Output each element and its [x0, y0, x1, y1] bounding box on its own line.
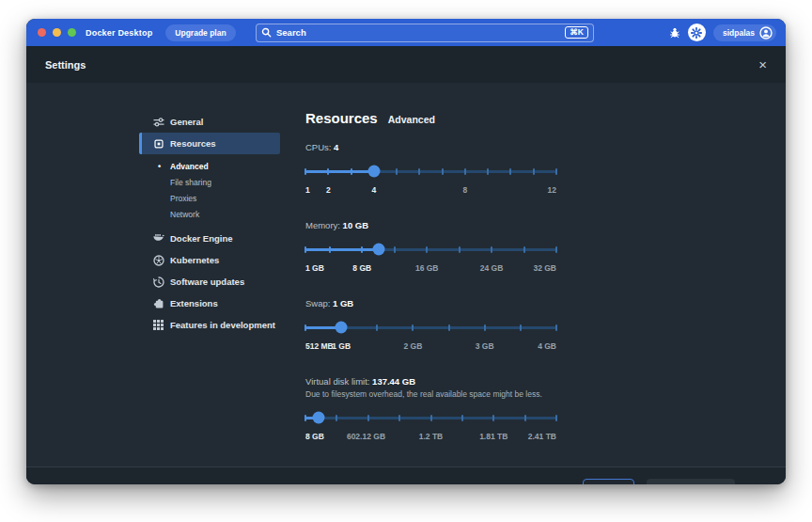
- virtual-disk-limit-tick: [555, 415, 557, 421]
- memory-tick: [361, 246, 363, 253]
- panel-title: Resources: [305, 110, 378, 126]
- memory-tick: [304, 246, 306, 253]
- subnav-item-proxies[interactable]: Proxies: [139, 190, 280, 206]
- kubernetes-icon: [153, 255, 164, 266]
- memory-slider[interactable]: [305, 243, 556, 256]
- sidebar-item-features-in-development[interactable]: Features in development: [139, 314, 280, 336]
- cpus-tick: [487, 168, 489, 175]
- swap-tick-label: 2 GB: [404, 341, 423, 351]
- app-title: Docker Desktop: [86, 28, 152, 38]
- subnav-item-network[interactable]: Network: [139, 206, 280, 222]
- swap-tick: [555, 324, 557, 331]
- apply-restart-button[interactable]: Apply & restart: [647, 479, 735, 484]
- virtual-disk-limit-tick: [398, 415, 400, 421]
- memory-tick-label: 8 GB: [352, 263, 371, 273]
- swap-label: Swap: 1 GB: [305, 298, 556, 308]
- macos-traffic-lights: [38, 28, 76, 37]
- cpus-tick: [555, 168, 557, 175]
- sidebar-item-docker-engine[interactable]: Docker Engine: [139, 228, 280, 249]
- swap-slider-thumb[interactable]: [336, 322, 348, 334]
- close-settings-button[interactable]: ×: [758, 57, 767, 71]
- slider-section-cpus: CPUs: 4124812: [305, 142, 556, 196]
- memory-slider-thumb[interactable]: [372, 244, 384, 256]
- memory-tick: [491, 246, 492, 253]
- sidebar-item-general[interactable]: General: [139, 111, 280, 133]
- virtual-disk-limit-tick: [336, 415, 337, 421]
- bug-report-icon[interactable]: [669, 27, 680, 39]
- sidebar-item-label: Extensions: [170, 298, 218, 308]
- sidebar-item-extensions[interactable]: Extensions: [139, 293, 280, 314]
- cpus-tick-label: 2: [326, 185, 331, 195]
- cpus-tick-labels: 124812: [305, 185, 556, 196]
- memory-tick-label: 32 GB: [533, 263, 556, 273]
- slider-section-memory: Memory: 10 GB1 GB8 GB16 GB24 GB32 GB: [305, 220, 556, 274]
- search-shortcut-badge: ⌘K: [565, 26, 588, 40]
- zoom-window-button[interactable]: [68, 28, 76, 37]
- swap-tick: [520, 324, 522, 331]
- sidebar-item-resources[interactable]: Resources: [139, 133, 280, 154]
- settings-active-indicator[interactable]: [688, 24, 706, 41]
- gear-icon: [691, 27, 702, 39]
- virtual-disk-limit-tick: [304, 415, 306, 421]
- cpus-tick-label: 12: [548, 185, 556, 195]
- page-title: Settings: [45, 59, 86, 71]
- virtual-disk-limit-tick: [524, 415, 526, 421]
- cpus-tick: [327, 168, 329, 175]
- swap-tick: [376, 324, 378, 331]
- panel-heading: Resources Advanced: [305, 110, 556, 126]
- docker-desktop-window: Docker Desktop Upgrade plan Search ⌘K: [26, 19, 786, 484]
- virtual-disk-limit-tick-label: 8 GB: [305, 432, 324, 441]
- grid-icon: [153, 320, 164, 331]
- settings-header: Settings ×: [26, 46, 786, 83]
- settings-footer: Cancel Apply & restart: [26, 467, 786, 484]
- slider-section-swap: Swap: 1 GB512 MB1 GB2 GB3 GB4 GB: [305, 298, 556, 352]
- memory-tick: [329, 246, 331, 253]
- swap-tick: [304, 324, 306, 331]
- virtual-disk-limit-slider[interactable]: [305, 411, 556, 424]
- cpus-slider-thumb[interactable]: [367, 166, 380, 178]
- user-account-button[interactable]: sidpalas: [713, 24, 776, 41]
- swap-slider[interactable]: [305, 321, 556, 334]
- cpus-tick: [533, 168, 535, 175]
- whale-icon: [153, 233, 164, 245]
- sidebar-item-label: Docker Engine: [170, 233, 233, 244]
- virtual-disk-limit-note: Due to filesystem overhead, the real ava…: [305, 389, 556, 399]
- search-input[interactable]: Search ⌘K: [256, 24, 594, 42]
- close-window-button[interactable]: [38, 28, 46, 37]
- virtual-disk-limit-slider-thumb[interactable]: [313, 412, 325, 424]
- search-icon: [261, 27, 272, 38]
- cpus-tick: [351, 168, 352, 175]
- subnav-item-file-sharing[interactable]: File sharing: [139, 174, 280, 190]
- cpus-slider-fill: [305, 170, 374, 173]
- swap-tick-label: 4 GB: [538, 341, 556, 351]
- virtual-disk-limit-tick-label: 602.12 GB: [347, 432, 385, 441]
- virtual-disk-limit-tick: [430, 415, 432, 421]
- subnav-item-advanced[interactable]: Advanced: [139, 158, 280, 174]
- chip-icon: [153, 138, 164, 150]
- virtual-disk-limit-tick-label: 1.81 TB: [479, 432, 508, 441]
- screenshot-stage: Docker Desktop Upgrade plan Search ⌘K: [0, 0, 812, 522]
- sidebar-item-label: Kubernetes: [170, 255, 219, 265]
- titlebar-actions: sidpalas: [669, 19, 776, 46]
- virtual-disk-limit-tick: [492, 415, 494, 421]
- cpus-slider[interactable]: [305, 165, 556, 178]
- sidebar-item-label: General: [170, 117, 203, 127]
- sidebar-item-kubernetes[interactable]: Kubernetes: [139, 249, 280, 271]
- cpus-tick-label: 8: [463, 185, 468, 195]
- tune-icon: [153, 117, 164, 128]
- memory-tick-labels: 1 GB8 GB16 GB24 GB32 GB: [305, 263, 556, 274]
- memory-tick-label: 16 GB: [415, 263, 439, 273]
- cancel-button[interactable]: Cancel: [583, 479, 634, 484]
- cpus-label: CPUs: 4: [305, 142, 556, 152]
- upgrade-plan-button[interactable]: Upgrade plan: [165, 24, 235, 41]
- minimize-window-button[interactable]: [53, 28, 61, 37]
- swap-tick: [448, 324, 450, 331]
- memory-tick: [426, 246, 428, 253]
- sidebar-item-software-updates[interactable]: Software updates: [139, 271, 280, 293]
- slider-section-virtual-disk-limit: Virtual disk limit: 137.44 GBDue to file…: [305, 376, 556, 442]
- search-placeholder: Search: [276, 27, 565, 38]
- virtual-disk-limit-tick: [461, 415, 463, 421]
- swap-tick-label: 3 GB: [476, 341, 494, 351]
- cpus-tick: [442, 168, 444, 175]
- cpus-tick: [464, 168, 466, 175]
